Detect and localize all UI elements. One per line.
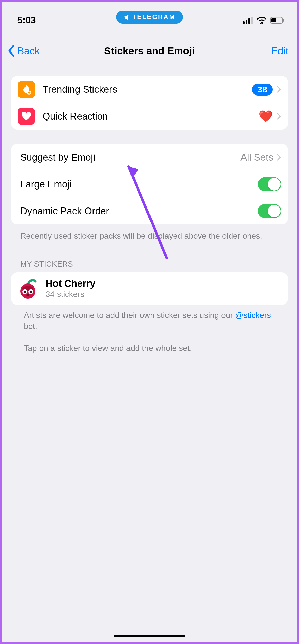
- reaction-value-emoji: ❤️: [259, 110, 273, 123]
- chevron-right-icon: [277, 112, 281, 120]
- row-label: Quick Reaction: [43, 111, 259, 122]
- flame-plus-icon: [21, 84, 32, 95]
- chevron-left-icon: [8, 45, 16, 57]
- chevron-right-icon: [277, 86, 281, 93]
- trending-stickers-row[interactable]: Trending Stickers 38: [11, 76, 288, 103]
- quick-reaction-icon: [18, 108, 35, 125]
- status-bar: 5:03 TELEGRAM: [2, 2, 297, 30]
- sticker-options-group: Trending Stickers 38 Quick Reaction ❤️: [11, 76, 288, 130]
- status-icons: [243, 17, 285, 24]
- trending-badge: 38: [252, 84, 273, 96]
- hot-cherry-thumbnail: [18, 278, 39, 299]
- svg-rect-7: [283, 19, 284, 22]
- trending-icon: [18, 81, 35, 98]
- status-time: 5:03: [17, 15, 36, 26]
- svg-point-13: [24, 291, 26, 293]
- large-emoji-row: Large Emoji: [11, 171, 288, 198]
- row-label: Trending Stickers: [43, 84, 252, 95]
- svg-rect-2: [248, 18, 250, 24]
- wifi-icon: [257, 17, 267, 24]
- pack-count: 34 stickers: [46, 290, 95, 299]
- my-stickers-header: MY STICKERS: [11, 241, 288, 272]
- suggest-by-emoji-row[interactable]: Suggest by Emoji All Sets: [11, 144, 288, 171]
- dynamic-order-footer: Recently used sticker packs will be disp…: [11, 231, 288, 241]
- row-label: Suggest by Emoji: [20, 152, 240, 163]
- row-label: Large Emoji: [20, 179, 258, 190]
- heart-icon: [21, 111, 32, 122]
- svg-rect-1: [246, 20, 247, 24]
- svg-rect-0: [243, 21, 245, 24]
- stickers-bot-link[interactable]: @stickers: [235, 311, 271, 320]
- row-label: Dynamic Pack Order: [20, 206, 258, 217]
- home-indicator[interactable]: [114, 635, 185, 637]
- my-stickers-group: Hot Cherry 34 stickers: [11, 272, 288, 305]
- back-button[interactable]: Back: [8, 45, 40, 57]
- page-title: Stickers and Emoji: [104, 45, 195, 57]
- svg-rect-6: [271, 18, 276, 22]
- paper-plane-icon: [123, 14, 129, 21]
- cellular-icon: [243, 17, 253, 24]
- telegram-pill[interactable]: TELEGRAM: [116, 11, 183, 24]
- svg-point-4: [261, 22, 263, 24]
- dynamic-order-toggle[interactable]: [258, 204, 281, 218]
- my-stickers-footer: Artists are welcome to add their own sti…: [11, 305, 288, 354]
- back-label: Back: [17, 45, 40, 57]
- edit-button[interactable]: Edit: [271, 45, 288, 57]
- svg-point-15: [26, 294, 29, 296]
- large-emoji-toggle[interactable]: [258, 177, 281, 191]
- row-value: All Sets: [240, 152, 273, 163]
- dynamic-pack-order-row: Dynamic Pack Order: [11, 198, 288, 224]
- quick-reaction-row[interactable]: Quick Reaction ❤️: [11, 103, 288, 130]
- emoji-options-group: Suggest by Emoji All Sets Large Emoji Dy…: [11, 144, 288, 224]
- sticker-pack-row[interactable]: Hot Cherry 34 stickers: [11, 272, 288, 305]
- svg-point-14: [30, 291, 32, 293]
- pill-label: TELEGRAM: [132, 13, 175, 21]
- battery-icon: [270, 17, 285, 24]
- nav-bar: Back Stickers and Emoji Edit: [2, 30, 297, 65]
- svg-rect-3: [251, 17, 253, 24]
- pack-title: Hot Cherry: [46, 278, 95, 289]
- chevron-right-icon: [277, 154, 281, 161]
